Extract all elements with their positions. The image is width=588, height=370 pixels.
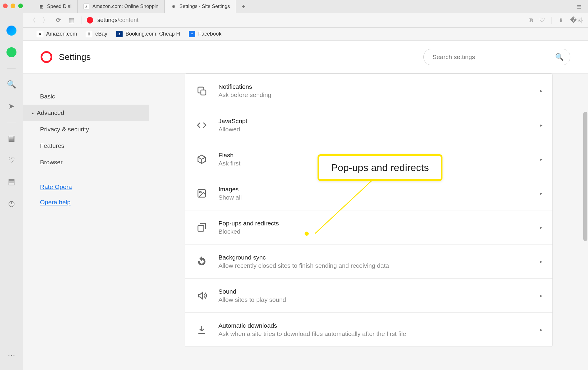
search-settings-input[interactable] <box>423 49 570 65</box>
divider <box>552 17 552 24</box>
history-icon[interactable]: ◷ <box>6 197 17 209</box>
snapshot-icon[interactable]: ⎚ <box>529 16 533 24</box>
svg-point-3 <box>200 191 201 193</box>
settings-nav: Basic ▴ Advanced Privacy & security Feat… <box>23 73 149 370</box>
nav-basic[interactable]: Basic <box>23 88 149 105</box>
heart-icon[interactable]: ♡ <box>6 154 17 166</box>
search-icon[interactable]: 🔍 <box>6 78 17 90</box>
maximize-window[interactable] <box>18 4 23 8</box>
amazon-icon: a <box>83 4 89 9</box>
chevron-right-icon: ▸ <box>540 156 542 163</box>
bookmarks-bar: aAmazon.com 🗎eBay B.Booking.com: Cheap H… <box>0 28 588 41</box>
page-title: Settings <box>59 52 91 62</box>
tab-label: Speed Dial <box>47 4 71 9</box>
row-sound[interactable]: SoundAllow sites to play sound ▸ <box>185 278 552 312</box>
download-icon <box>195 323 208 336</box>
opera-help-link[interactable]: Opera help <box>23 195 149 210</box>
tab-bar: ▦ Speed Dial a Amazon.com: Online Shoppi… <box>0 0 588 13</box>
more-icon[interactable]: ⋯ <box>6 349 17 361</box>
nav-features[interactable]: Features <box>23 138 149 154</box>
chevron-right-icon: ▸ <box>540 224 542 231</box>
tab-speed-dial[interactable]: ▦ Speed Dial <box>32 0 78 13</box>
chevron-right-icon: ▸ <box>540 327 542 333</box>
settings-page: Settings 🔍 Basic ▴ Advanced Privacy & se… <box>23 41 588 370</box>
tab-label: Amazon.com: Online Shoppin <box>92 4 158 9</box>
messenger-icon[interactable] <box>6 25 17 36</box>
chevron-up-icon: ▴ <box>32 111 34 115</box>
reload-button[interactable]: ⟳ <box>54 16 63 24</box>
share-icon[interactable]: ⇪ <box>558 16 564 24</box>
divider <box>7 122 16 122</box>
new-tab-button[interactable]: + <box>236 0 251 13</box>
code-icon <box>195 118 208 132</box>
chevron-right-icon: ▸ <box>540 292 542 299</box>
divider <box>81 16 81 24</box>
speed-dial-icon[interactable]: ▦ <box>6 132 17 144</box>
svg-rect-4 <box>198 225 204 231</box>
chevron-right-icon: ▸ <box>540 122 542 128</box>
back-button[interactable]: 〈 <box>28 16 37 25</box>
news-icon[interactable]: ▤ <box>6 176 17 187</box>
minimize-window[interactable] <box>11 4 15 8</box>
sound-icon <box>195 289 208 302</box>
settings-header: Settings 🔍 <box>23 41 588 73</box>
bookmark-booking[interactable]: B.Booking.com: Cheap H <box>116 31 180 37</box>
gear-icon: ⚙ <box>171 4 176 9</box>
tab-amazon[interactable]: a Amazon.com: Online Shoppin <box>78 0 165 13</box>
nav-advanced[interactable]: ▴ Advanced <box>23 105 149 121</box>
sync-icon <box>195 255 208 268</box>
svg-rect-1 <box>201 90 206 95</box>
settings-content: NotificationsAsk before sending ▸ JavaSc… <box>149 73 588 370</box>
opera-icon <box>87 17 93 24</box>
tiles-icon[interactable]: ▦ <box>67 16 76 24</box>
site-settings-list: NotificationsAsk before sending ▸ JavaSc… <box>185 73 553 347</box>
popup-icon <box>195 221 208 234</box>
whatsapp-icon[interactable] <box>6 46 17 58</box>
grid-icon: ▦ <box>38 4 44 9</box>
chevron-right-icon: ▸ <box>540 190 542 197</box>
rate-opera-link[interactable]: Rate Opera <box>23 179 149 195</box>
opera-logo-icon <box>41 51 52 63</box>
chevron-right-icon: ▸ <box>540 88 542 94</box>
bookmark-amazon[interactable]: aAmazon.com <box>37 31 77 37</box>
row-background-sync[interactable]: Background syncAllow recently closed sit… <box>185 244 552 278</box>
row-automatic-downloads[interactable]: Automatic downloadsAsk when a site tries… <box>185 312 552 346</box>
annotation-dot <box>305 232 309 236</box>
sliders-icon[interactable]: �차 <box>570 16 583 25</box>
tabs-menu-icon[interactable]: ☰ <box>577 4 581 10</box>
divider <box>7 68 16 68</box>
forward-button[interactable]: 〉 <box>41 16 50 25</box>
image-icon <box>195 187 208 200</box>
scrollbar[interactable] <box>583 112 587 241</box>
row-notifications[interactable]: NotificationsAsk before sending ▸ <box>185 74 552 108</box>
search-icon[interactable]: 🔍 <box>555 53 564 61</box>
address-text[interactable]: settings/content <box>97 17 138 24</box>
chevron-right-icon: ▸ <box>540 258 542 265</box>
address-bar: 〈 〉 ⟳ ▦ settings/content ⎚ ♡ ⇪ �차 <box>0 13 588 28</box>
close-window[interactable] <box>3 4 8 8</box>
row-images[interactable]: ImagesShow all ▸ <box>185 176 552 210</box>
opera-sidebar: 🔍 ➤ ▦ ♡ ▤ ◷ ⋯ <box>0 13 23 370</box>
bookmark-heart-icon[interactable]: ♡ <box>539 16 545 24</box>
nav-browser[interactable]: Browser <box>23 154 149 170</box>
tab-label: Settings - Site Settings <box>179 4 230 9</box>
send-icon[interactable]: ➤ <box>6 100 17 112</box>
bookmark-facebook[interactable]: fFacebook <box>189 31 221 37</box>
tab-settings[interactable]: ⚙ Settings - Site Settings <box>165 0 236 13</box>
nav-privacy-security[interactable]: Privacy & security <box>23 121 149 138</box>
window-controls <box>3 4 23 8</box>
cube-icon <box>195 153 208 166</box>
bookmark-ebay[interactable]: 🗎eBay <box>86 31 107 37</box>
row-popups-redirects[interactable]: Pop-ups and redirectsBlocked ▸ <box>185 210 552 244</box>
annotation-callout: Pop-ups and redirects <box>318 154 442 181</box>
row-javascript[interactable]: JavaScriptAllowed ▸ <box>185 108 552 142</box>
notification-icon <box>195 84 208 98</box>
